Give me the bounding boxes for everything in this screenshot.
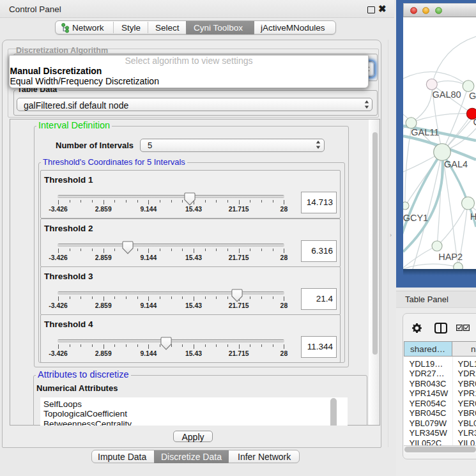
svg-text:H: H [470, 211, 476, 222]
svg-text:GAL80: GAL80 [433, 89, 461, 100]
svg-text:GAL11: GAL11 [411, 127, 439, 137]
svg-text:C: C [473, 117, 476, 127]
svg-text:GAL4: GAL4 [444, 159, 468, 169]
svg-text:GA: GA [469, 91, 476, 101]
svg-text:GCY1: GCY1 [403, 213, 428, 223]
svg-text:HAP2: HAP2 [438, 252, 463, 262]
